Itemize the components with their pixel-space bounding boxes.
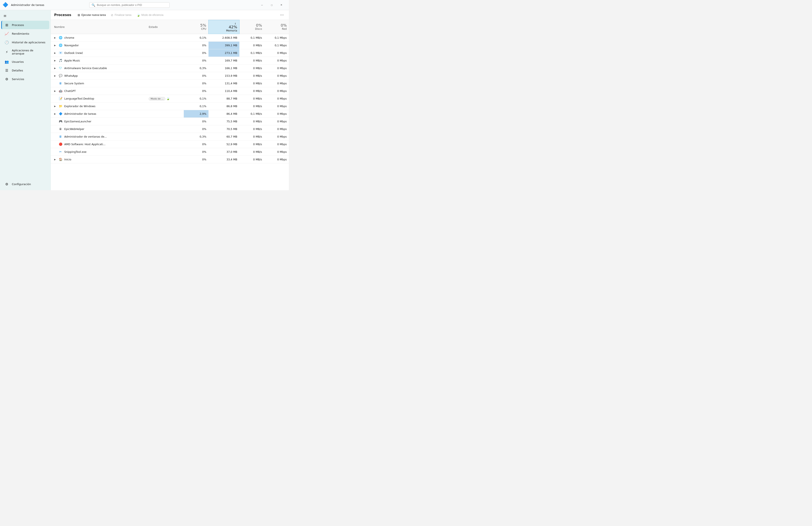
process-name: SnippingTool.exe [64,150,86,153]
expand-icon[interactable]: ▶ [53,104,57,108]
table-row[interactable]: ✂ SnippingTool.exe 0% 37,0 MB 0 MB/s 0 M… [51,148,289,155]
table-row[interactable]: ▶ 🛡 Antimalware Service Executable 0,3% … [51,64,289,72]
col-header-cpu[interactable]: 5% CPU [184,20,208,34]
sidebar-item-label: Servicios [12,78,24,81]
expand-icon[interactable]: ▶ [53,89,57,93]
process-net-cell: 0 Mbps [264,148,289,155]
window-controls: ─ □ ✕ [257,2,286,9]
table-row[interactable]: 📝 LanguageTool.Desktop Modo de ...🍃 0,1%… [51,95,289,102]
process-name-cell: 🖥 Administrador de ventanas de... [51,133,147,140]
table-row[interactable]: ▶ 🎵 Apple Music 0% 169,7 MB 0 MB/s 0 Mbp… [51,57,289,64]
col-header-red[interactable]: 0% Red [264,20,289,34]
hamburger-menu[interactable]: ≡ [0,12,50,20]
content-area: Procesos ⊞ Ejecutar nueva tarea ⊘ Finali… [51,10,289,190]
process-name: Administrador de tareas [64,112,96,115]
table-row[interactable]: ▶ 🌐 chrome 0,1% 2.608,5 MB 0,1 MB/s 0,1 … [51,34,289,42]
expand-icon[interactable]: ▶ [53,157,57,161]
table-row[interactable]: 🖥 Administrador de ventanas de... 0,3% 6… [51,133,289,140]
close-button[interactable]: ✕ [277,2,286,9]
rendimiento-icon: 📈 [5,31,9,36]
process-icon: 🖥 [58,134,62,139]
process-net-cell: 0 Mbps [264,125,289,133]
process-icon: 🔷 [58,111,62,116]
process-mem-cell: 70,5 MB [208,125,240,133]
table-row[interactable]: ▶ 🤖 ChatGPT 0% 110,4 MB 0 MB/s 0 Mbps [51,87,289,95]
expand-icon[interactable]: ▶ [53,59,57,62]
process-name-cell: ✂ SnippingTool.exe [51,148,147,155]
process-name: LanguageTool.Desktop [64,97,94,100]
table-row[interactable]: 🔴 AMD Software: Host Applicati... 0% 52,… [51,140,289,148]
process-disk-cell: 0,1 MB/s [240,34,264,42]
process-net-cell: 0 Mbps [264,155,289,163]
maximize-button[interactable]: □ [267,2,277,9]
process-disk-cell: 0 MB/s [240,125,264,133]
table-row[interactable]: ▶ 📧 Outlook (new) 0% 273,1 MB 0,1 MB/s 0… [51,49,289,57]
sidebar-nav: ⊞ Procesos 📈 Rendimiento 🕐 Historial de … [0,20,50,84]
efficiency-mode-button[interactable]: 🍃 Modo de eficiencia [134,12,165,18]
more-options-button[interactable]: ··· [278,12,286,18]
expand-icon[interactable]: ▶ [53,66,57,70]
process-icon: 💬 [58,74,62,78]
sidebar-item-arranque[interactable]: ⚡ Aplicaciones de arranque [1,47,49,57]
process-status-cell [147,140,184,148]
toolbar: Procesos ⊞ Ejecutar nueva tarea ⊘ Finali… [51,10,289,20]
process-name-cell: ▶ 🌐 chrome [51,34,147,42]
process-status-cell [147,133,184,140]
col-header-mem[interactable]: ↓ 42% Memoria [208,20,240,34]
table-row[interactable]: ▶ 🔷 Administrador de tareas 2,9% 86,4 MB… [51,110,289,118]
table-row[interactable]: ▶ 💬 WhatsApp 0% 153,9 MB 0 MB/s 0 Mbps [51,72,289,79]
titlebar: 🔷 Administrador de tareas 🔍 ─ □ ✕ [0,0,289,10]
process-net-cell: 0,1 Mbps [264,42,289,49]
process-disk-cell: 0 MB/s [240,72,264,79]
process-name-cell: 🖥 Secure System [51,79,147,87]
process-name-cell: 🔴 AMD Software: Host Applicati... [51,140,147,148]
process-cpu-cell: 0% [184,49,208,57]
process-status-cell [147,148,184,155]
sidebar-item-configuracion[interactable]: ⚙ Configuración [1,180,49,188]
process-mem-cell: 131,4 MB [208,79,240,87]
table-row[interactable]: ▶ 🏠 Inicio 0% 33,4 MB 0 MB/s 0 Mbps [51,155,289,163]
end-task-button[interactable]: ⊘ Finalizar tarea [109,12,133,18]
sidebar-item-procesos[interactable]: ⊞ Procesos [1,21,49,29]
sidebar-item-historial[interactable]: 🕐 Historial de aplicaciones [1,38,49,46]
process-net-cell: 0 Mbps [264,49,289,57]
process-cpu-cell: 0% [184,155,208,163]
sidebar-item-label: Detalles [12,69,23,72]
process-net-cell: 0 Mbps [264,110,289,118]
process-name-cell: ▶ 📧 Outlook (new) [51,49,147,57]
process-name: AMD Software: Host Applicati... [64,142,105,146]
process-name-cell: ▶ 🏠 Inicio [51,155,147,163]
sidebar-item-usuarios[interactable]: 👥 Usuarios [1,58,49,66]
run-new-task-button[interactable]: ⊞ Ejecutar nueva tarea [75,12,108,18]
status-badge: Modo de ... [149,97,165,101]
col-header-name[interactable]: Nombre [51,20,147,34]
sidebar-item-detalles[interactable]: ☰ Detalles [1,66,49,75]
process-cpu-cell: 0% [184,79,208,87]
table-row[interactable]: 🎮 EpicGamesLauncher 0% 75,5 MB 0 MB/s 0 … [51,118,289,125]
expand-icon[interactable]: ▶ [53,44,57,47]
search-bar[interactable]: 🔍 [89,2,170,8]
arranque-icon: ⚡ [5,50,9,54]
process-name-cell: ▶ 📁 Explorador de Windows [51,102,147,110]
table-row[interactable]: ▶ 🌐 Navegador 0% 399,1 MB 0 MB/s 0,1 Mbp… [51,42,289,49]
table-row[interactable]: 🖥 EpicWebHelper 0% 70,5 MB 0 MB/s 0 Mbps [51,125,289,133]
process-disk-cell: 0 MB/s [240,133,264,140]
process-mem-cell: 88,7 MB [208,95,240,102]
run-task-icon: ⊞ [77,13,80,17]
historial-icon: 🕐 [5,40,9,44]
search-input[interactable] [97,3,167,6]
sidebar-item-servicios[interactable]: ⚙ Servicios [1,75,49,83]
expand-icon[interactable]: ▶ [53,51,57,55]
col-header-estado[interactable]: Estado [147,20,184,34]
process-status-cell [147,125,184,133]
minimize-button[interactable]: ─ [257,2,267,9]
table-row[interactable]: ▶ 📁 Explorador de Windows 0,1% 86,8 MB 0… [51,102,289,110]
expand-icon[interactable]: ▶ [53,36,57,39]
expand-icon[interactable]: ▶ [53,112,57,115]
sidebar-item-rendimiento[interactable]: 📈 Rendimiento [1,29,49,38]
expand-icon[interactable]: ▶ [53,74,57,77]
table-row[interactable]: 🖥 Secure System 0% 131,4 MB 0 MB/s 0 Mbp… [51,79,289,87]
process-mem-cell: 86,4 MB [208,110,240,118]
col-header-disco[interactable]: 0% Disco [240,20,264,34]
process-icon: 📧 [58,51,62,55]
